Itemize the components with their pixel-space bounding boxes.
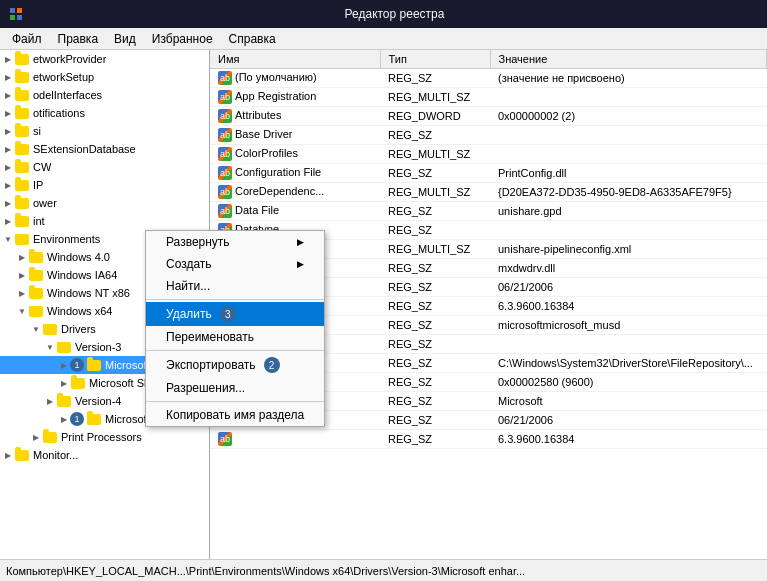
tree-arrow-version4[interactable]: ▶: [44, 395, 56, 407]
reg-name: CoreDependenc...: [235, 185, 324, 197]
tree-arrow-windowsIA64[interactable]: ▶: [16, 269, 28, 281]
tree-arrow-windows40[interactable]: ▶: [16, 251, 28, 263]
ctx-label-delete: Удалить: [166, 307, 212, 321]
cell-type: REG_DWORD: [380, 107, 490, 126]
tree-item-sExtensionDatabase[interactable]: ▶SExtensionDatabase: [0, 140, 209, 158]
tree-item-int[interactable]: ▶int: [0, 212, 209, 230]
tree-item-monitor[interactable]: ▶Monitor...: [0, 446, 209, 464]
tree-item-nodeInterfaces[interactable]: ▶odelInterfaces: [0, 86, 209, 104]
tree-arrow-si[interactable]: ▶: [2, 125, 14, 137]
table-row[interactable]: abBase DriverREG_SZ: [210, 126, 767, 145]
tree-arrow-notifications[interactable]: ▶: [2, 107, 14, 119]
cell-name: abBase Driver: [210, 126, 380, 145]
ctx-label-permissions: Разрешения...: [166, 381, 245, 395]
table-row[interactable]: abApp RegistrationREG_MULTI_SZ: [210, 88, 767, 107]
ctx-item-delete[interactable]: Удалить3: [146, 302, 324, 326]
ctx-item-find[interactable]: Найти...: [146, 275, 324, 297]
cell-type: REG_SZ: [380, 297, 490, 316]
cell-type: REG_SZ: [380, 221, 490, 240]
tree-item-networkProvider[interactable]: ▶etworkProvider: [0, 50, 209, 68]
ctx-label-export: Экспортировать: [166, 358, 256, 372]
tree-arrow-monitor[interactable]: ▶: [2, 449, 14, 461]
cell-type: REG_SZ: [380, 430, 490, 449]
cell-value: 6.3.9600.16384: [490, 430, 767, 449]
tree-arrow-networkSetup[interactable]: ▶: [2, 71, 14, 83]
tree-arrow-ip[interactable]: ▶: [2, 179, 14, 191]
cell-name: ab(По умолчанию): [210, 69, 380, 88]
cell-name: abData File: [210, 202, 380, 221]
ctx-item-export[interactable]: Экспортировать2: [146, 353, 324, 377]
tree-item-cw[interactable]: ▶CW: [0, 158, 209, 176]
tree-label-version3: Version-3: [75, 341, 121, 353]
tree-arrow-int[interactable]: ▶: [2, 215, 14, 227]
tree-arrow-nodeInterfaces[interactable]: ▶: [2, 89, 14, 101]
table-row[interactable]: abData FileREG_SZunishare.gpd: [210, 202, 767, 221]
menu-help[interactable]: Справка: [221, 28, 284, 49]
folder-icon-windows40: [28, 250, 44, 264]
tree-arrow-windowsNTx86[interactable]: ▶: [16, 287, 28, 299]
cell-type: REG_SZ: [380, 335, 490, 354]
menu-edit[interactable]: Правка: [50, 28, 107, 49]
tree-arrow-environments[interactable]: ▼: [2, 233, 14, 245]
tree-arrow-version3[interactable]: ▼: [44, 341, 56, 353]
main-content: ▶etworkProvider▶etworkSetup▶odelInterfac…: [0, 50, 767, 559]
reg-icon: ab: [218, 90, 232, 104]
ctx-item-permissions[interactable]: Разрешения...: [146, 377, 324, 399]
ctx-separator: [146, 299, 324, 300]
folder-icon-networkProvider: [14, 52, 30, 66]
folder-icon-printProcessors: [42, 430, 58, 444]
tree-badge-msXPS: 1: [70, 412, 84, 426]
tree-arrow-msXPS[interactable]: ▶: [58, 413, 70, 425]
table-row[interactable]: abAttributesREG_DWORD0x00000002 (2): [210, 107, 767, 126]
table-row[interactable]: abColorProfilesREG_MULTI_SZ: [210, 145, 767, 164]
folder-icon-nodeInterfaces: [14, 88, 30, 102]
tree-arrow-printProcessors[interactable]: ▶: [30, 431, 42, 443]
tree-item-notifications[interactable]: ▶otifications: [0, 104, 209, 122]
cell-type: REG_SZ: [380, 392, 490, 411]
folder-icon-msEnhanced: [86, 358, 102, 372]
tree-arrow-cw[interactable]: ▶: [2, 161, 14, 173]
table-row[interactable]: ab(По умолчанию)REG_SZ(значение не присв…: [210, 69, 767, 88]
menu-view[interactable]: Вид: [106, 28, 144, 49]
context-menu: Развернуть▶Создать▶Найти...Удалить3Переи…: [145, 230, 325, 427]
folder-icon-version4: [56, 394, 72, 408]
tree-item-printProcessors[interactable]: ▶Print Processors: [0, 428, 209, 446]
tree-item-ip[interactable]: ▶IP: [0, 176, 209, 194]
tree-item-si[interactable]: ▶si: [0, 122, 209, 140]
tree-label-drivers: Drivers: [61, 323, 96, 335]
table-row[interactable]: abConfiguration FileREG_SZPrintConfig.dl…: [210, 164, 767, 183]
tree-arrow-msShared[interactable]: ▶: [58, 377, 70, 389]
tree-label-windows40: Windows 4.0: [47, 251, 110, 263]
col-name: Имя: [210, 50, 380, 69]
tree-arrow-sExtensionDatabase[interactable]: ▶: [2, 143, 14, 155]
table-row[interactable]: abREG_SZ6.3.9600.16384: [210, 430, 767, 449]
reg-icon: ab: [218, 147, 232, 161]
tree-label-cw: CW: [33, 161, 51, 173]
tree-arrow-windowsX64[interactable]: ▼: [16, 305, 28, 317]
ctx-item-copykey[interactable]: Копировать имя раздела: [146, 404, 324, 426]
tree-item-networkSetup[interactable]: ▶etworkSetup: [0, 68, 209, 86]
cell-value: [490, 221, 767, 240]
menu-favorites[interactable]: Избранное: [144, 28, 221, 49]
cell-value: unishare.gpd: [490, 202, 767, 221]
folder-icon-cw: [14, 160, 30, 174]
tree-badge-msEnhanced: 1: [70, 358, 84, 372]
ctx-item-expand[interactable]: Развернуть▶: [146, 231, 324, 253]
tree-item-ower[interactable]: ▶ower: [0, 194, 209, 212]
tree-arrow-networkProvider[interactable]: ▶: [2, 53, 14, 65]
ctx-label-expand: Развернуть: [166, 235, 230, 249]
reg-icon: ab: [218, 109, 232, 123]
menu-file[interactable]: Файл: [4, 28, 50, 49]
cell-value: Microsoft: [490, 392, 767, 411]
tree-arrow-ower[interactable]: ▶: [2, 197, 14, 209]
table-row[interactable]: abCoreDependenc...REG_MULTI_SZ{D20EA372-…: [210, 183, 767, 202]
reg-icon: ab: [218, 204, 232, 218]
cell-name: abColorProfiles: [210, 145, 380, 164]
ctx-item-rename[interactable]: Переименовать: [146, 326, 324, 348]
ctx-item-create[interactable]: Создать▶: [146, 253, 324, 275]
cell-type: REG_SZ: [380, 126, 490, 145]
col-value: Значение: [490, 50, 767, 69]
ctx-label-copykey: Копировать имя раздела: [166, 408, 304, 422]
tree-arrow-msEnhanced[interactable]: ▶: [58, 359, 70, 371]
tree-arrow-drivers[interactable]: ▼: [30, 323, 42, 335]
